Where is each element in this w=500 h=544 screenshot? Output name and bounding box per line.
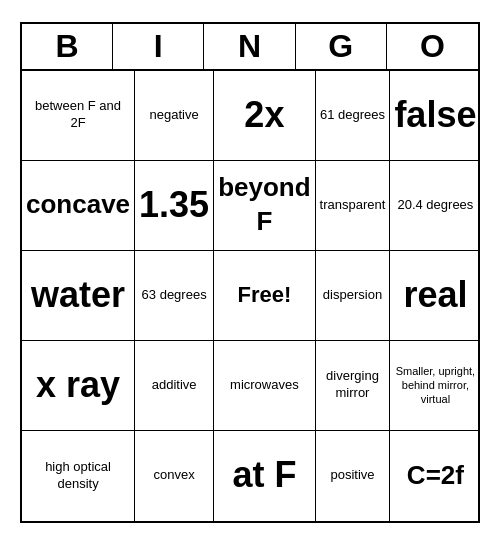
bingo-cell: C=2f bbox=[390, 431, 480, 521]
bingo-cell: Smaller, upright, behind mirror, virtual bbox=[390, 341, 480, 431]
bingo-cell: additive bbox=[135, 341, 214, 431]
bingo-cell: convex bbox=[135, 431, 214, 521]
header-letter: B bbox=[22, 24, 113, 69]
bingo-cell: transparent bbox=[316, 161, 391, 251]
bingo-cell: at F bbox=[214, 431, 315, 521]
bingo-header: BINGO bbox=[22, 24, 478, 71]
bingo-cell: beyond F bbox=[214, 161, 315, 251]
bingo-cell: x ray bbox=[22, 341, 135, 431]
bingo-cell: real bbox=[390, 251, 480, 341]
header-letter: G bbox=[296, 24, 387, 69]
bingo-cell: 1.35 bbox=[135, 161, 214, 251]
bingo-cell: negative bbox=[135, 71, 214, 161]
bingo-cell: false bbox=[390, 71, 480, 161]
bingo-cell: dispersion bbox=[316, 251, 391, 341]
bingo-cell: 2x bbox=[214, 71, 315, 161]
header-letter: I bbox=[113, 24, 204, 69]
bingo-cell: positive bbox=[316, 431, 391, 521]
bingo-cell: diverging mirror bbox=[316, 341, 391, 431]
bingo-cell: 63 degrees bbox=[135, 251, 214, 341]
bingo-cell: high optical density bbox=[22, 431, 135, 521]
bingo-cell: Free! bbox=[214, 251, 315, 341]
bingo-cell: microwaves bbox=[214, 341, 315, 431]
bingo-cell: 20.4 degrees bbox=[390, 161, 480, 251]
bingo-cell: concave bbox=[22, 161, 135, 251]
bingo-card: BINGO between F and 2Fnegative2x61 degre… bbox=[20, 22, 480, 523]
bingo-cell: between F and 2F bbox=[22, 71, 135, 161]
bingo-cell: 61 degrees bbox=[316, 71, 391, 161]
header-letter: O bbox=[387, 24, 478, 69]
header-letter: N bbox=[204, 24, 295, 69]
bingo-grid: between F and 2Fnegative2x61 degreesfals… bbox=[22, 71, 478, 521]
bingo-cell: water bbox=[22, 251, 135, 341]
